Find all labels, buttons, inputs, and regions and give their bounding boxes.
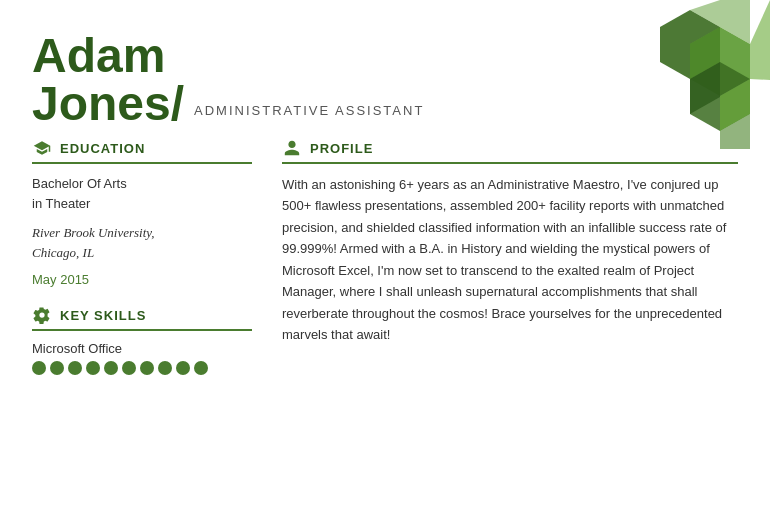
dot-8: [158, 361, 172, 375]
resume-page: Adam Jones/ ADMINISTRATIVE ASSISTANT EDU…: [0, 0, 770, 527]
education-degree: Bachelor Of Arts in Theater: [32, 174, 252, 213]
skill-dots-microsoft: [32, 361, 252, 375]
skills-title: KEY SKILLS: [60, 308, 146, 323]
dot-2: [50, 361, 64, 375]
dot-7: [140, 361, 154, 375]
name-row-1: Adam: [32, 32, 770, 80]
job-title: ADMINISTRATIVE ASSISTANT: [194, 103, 424, 118]
profile-icon: [282, 138, 302, 158]
skill-name-microsoft: Microsoft Office: [32, 341, 252, 356]
header: Adam Jones/ ADMINISTRATIVE ASSISTANT: [0, 0, 770, 128]
skills-icon: [32, 305, 52, 325]
dot-5: [104, 361, 118, 375]
profile-section: PROFILE With an astonishing 6+ years as …: [282, 138, 738, 346]
education-title: EDUCATION: [60, 141, 145, 156]
main-content: EDUCATION Bachelor Of Arts in Theater Ri…: [0, 128, 770, 383]
dot-3: [68, 361, 82, 375]
education-icon: [32, 138, 52, 158]
last-name: Jones/: [32, 80, 184, 128]
right-column: PROFILE With an astonishing 6+ years as …: [282, 138, 738, 383]
skills-section: KEY SKILLS Microsoft Office: [32, 305, 252, 375]
education-school: River Brook University, Chicago, IL: [32, 223, 252, 262]
dot-1: [32, 361, 46, 375]
education-section: EDUCATION Bachelor Of Arts in Theater Ri…: [32, 138, 252, 287]
education-date: May 2015: [32, 272, 252, 287]
dot-4: [86, 361, 100, 375]
skill-item-microsoft: Microsoft Office: [32, 341, 252, 375]
dot-6: [122, 361, 136, 375]
dot-9: [176, 361, 190, 375]
profile-text: With an astonishing 6+ years as an Admin…: [282, 174, 738, 346]
left-column: EDUCATION Bachelor Of Arts in Theater Ri…: [32, 138, 252, 383]
name-row-2: Jones/ ADMINISTRATIVE ASSISTANT: [32, 80, 770, 128]
education-section-header: EDUCATION: [32, 138, 252, 164]
dot-10: [194, 361, 208, 375]
skills-section-header: KEY SKILLS: [32, 305, 252, 331]
profile-title: PROFILE: [310, 141, 373, 156]
first-name: Adam: [32, 32, 165, 80]
